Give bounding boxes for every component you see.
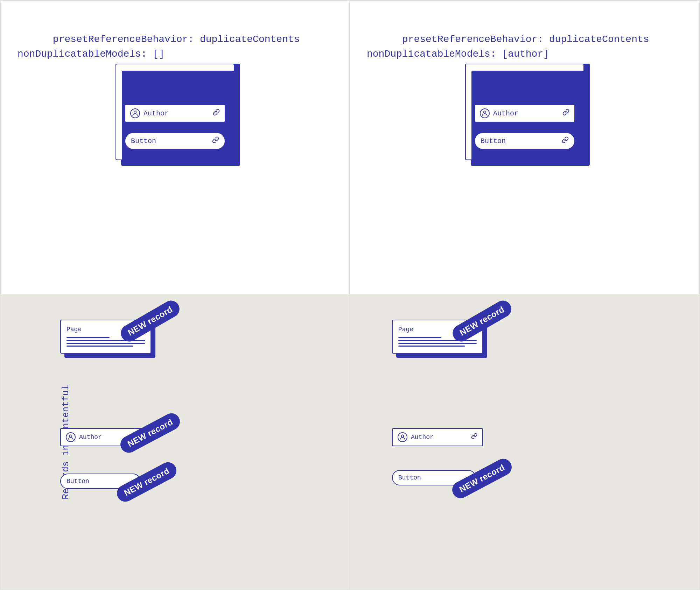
button-label-br: Button [398, 474, 421, 481]
doc-line-1-q2 [474, 87, 535, 88]
author-name-br: Author [411, 434, 434, 441]
doc-line-3-q2 [474, 94, 575, 95]
svg-point-3 [401, 435, 404, 437]
doc-lines-q2 [474, 87, 575, 98]
doc-content-q2: Page [474, 73, 575, 150]
quadrant-top-right: presetReferenceBehavior: duplicateConten… [350, 1, 699, 295]
button-label-q2: Button [481, 137, 506, 145]
doc-line-4-q2 [474, 97, 575, 98]
author-left-q2: Author [480, 108, 518, 118]
page-card-bottom-right: Page NEW record [392, 320, 483, 354]
doc-card-q1: Page [115, 64, 234, 160]
author-icon-q2 [480, 108, 490, 118]
author-name-bl: Author [79, 434, 102, 441]
svg-point-0 [134, 111, 136, 113]
author-row-q2: Author [474, 104, 575, 122]
author-card-bottom-right: Author [392, 428, 483, 446]
author-name-q1: Author [144, 109, 169, 118]
doc-line-3 [125, 94, 225, 95]
page-card-bottom-left: Page NEW record [60, 320, 151, 354]
button-label-q1: Button [131, 137, 156, 145]
doc-lines-q1 [125, 87, 225, 98]
doc-line-2-q2 [474, 91, 575, 92]
doc-card-q2: Page [465, 64, 584, 160]
link-icon-page-q1 [218, 73, 225, 83]
button-row-q2: Button [474, 132, 575, 150]
svg-point-2 [70, 435, 72, 437]
author-name-q2: Author [493, 109, 518, 118]
author-card-bottom-left: Author NEW record [60, 428, 144, 446]
svg-point-1 [484, 111, 486, 113]
doc-main-q1: Page [115, 64, 234, 160]
doc-page-title-q1: Page [125, 73, 143, 82]
link-icon-button-q1 [212, 136, 219, 145]
doc-content-q1: Page [125, 73, 225, 150]
doc-page-title-q2: Page [474, 73, 493, 82]
author-row-q1: Author [125, 104, 225, 122]
quadrant-top-left: presetReferenceBehavior: duplicateConten… [1, 1, 350, 295]
link-icon-author-br [471, 433, 477, 441]
doc-header-q2: Page [474, 73, 575, 83]
page-title-br: Page [398, 326, 413, 333]
main-layout: presetReferenceBehavior: duplicateConten… [0, 0, 700, 590]
button-card-bottom-right: Button NEW record [392, 470, 476, 485]
author-left-q1: Author [130, 108, 169, 118]
doc-header-q1: Page [125, 73, 225, 83]
page-title-bl: Page [66, 326, 82, 333]
button-row-q1: Button [125, 132, 225, 150]
link-icon-button-q2 [562, 136, 569, 145]
button-label-bl: Button [66, 478, 89, 485]
link-icon-author-q1 [213, 109, 220, 118]
doc-main-q2: Page [465, 64, 584, 160]
link-icon-page-q2 [567, 73, 575, 83]
doc-line-4 [125, 97, 225, 98]
link-icon-author-q2 [562, 109, 569, 118]
quadrant-bottom-left: Records in contentful Page NEW record [1, 295, 350, 590]
quadrant-bottom-right: Page NEW record [350, 295, 699, 590]
author-icon-q1 [130, 108, 140, 118]
doc-line-1 [125, 87, 185, 88]
button-card-bottom-left: Button NEW record [60, 474, 141, 489]
doc-line-2 [125, 91, 225, 92]
